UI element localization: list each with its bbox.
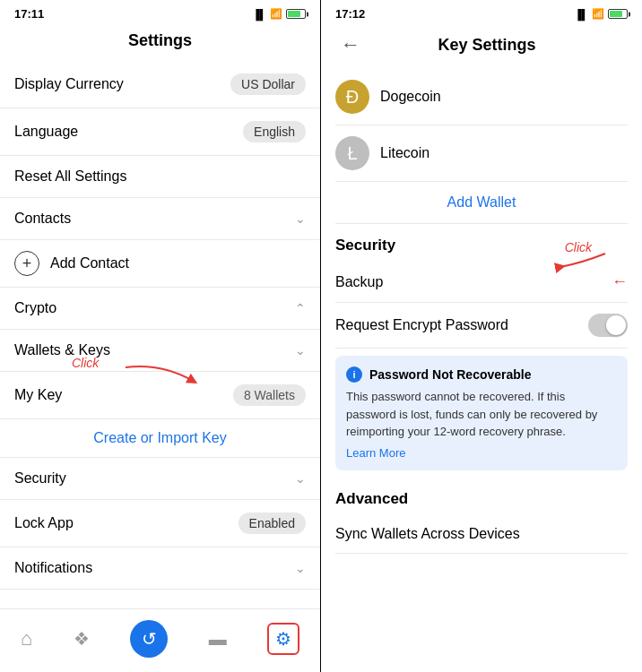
backup-label: Backup (335, 274, 383, 290)
encrypt-toggle[interactable] (588, 314, 628, 337)
time-right: 17:12 (335, 7, 365, 21)
signal-icon: ▐▌ (252, 9, 266, 20)
security-chevron-icon: ⌄ (295, 471, 306, 486)
page-title-right: Key Settings (373, 36, 628, 55)
nav-home[interactable]: ⌂ (13, 624, 39, 654)
nav-tag[interactable]: ❖ (66, 625, 97, 653)
wallets-badge: 8 Wallets (233, 384, 306, 406)
battery-icon-right (608, 9, 628, 19)
right-header: ← Key Settings (321, 24, 642, 69)
wallets-keys-label: Wallets & Keys (14, 342, 110, 358)
display-currency-value: US Dollar (230, 73, 306, 95)
reset-row[interactable]: Reset All Settings (0, 156, 320, 198)
lock-app-row[interactable]: Lock App Enabled (0, 500, 320, 547)
display-currency-row[interactable]: Display Currency US Dollar (0, 61, 320, 108)
click-annotation-right: Click (565, 240, 592, 254)
sync-label: Sync Wallets Across Devices (335, 526, 520, 542)
security-label: Security (14, 470, 66, 487)
plus-icon: + (14, 251, 39, 276)
status-bar-left: 17:11 ▐▌ 📶 (0, 0, 320, 24)
dogecoin-name: Dogecoin (380, 89, 441, 105)
security-section-header[interactable]: Security ⌄ (0, 458, 320, 500)
wifi-icon: 📶 (270, 8, 282, 20)
litecoin-name: Litecoin (380, 145, 429, 161)
nav-card[interactable]: ▬ (202, 625, 234, 653)
language-label: Language (14, 124, 78, 140)
wallets-keys-chevron-icon: ⌄ (295, 343, 306, 358)
notifications-section-header[interactable]: Notifications ⌄ (0, 547, 320, 590)
sync-icon: ↺ (130, 620, 168, 658)
reset-label: Reset All Settings (14, 168, 126, 185)
info-box-title: i Password Not Recoverable (346, 366, 617, 383)
litecoin-row[interactable]: Ł Litecoin (335, 125, 628, 182)
settings-list: Display Currency US Dollar Language Engl… (0, 61, 320, 608)
my-key-row[interactable]: My Key 8 Wallets (0, 372, 320, 418)
add-wallet-link[interactable]: Add Wallet (447, 194, 516, 210)
backup-arrow-icon: ← (612, 272, 628, 291)
wallets-keys-section-header[interactable]: Wallets & Keys ⌄ (0, 330, 320, 372)
notifications-chevron-icon: ⌄ (295, 561, 306, 575)
card-icon: ▬ (209, 629, 227, 650)
sync-row[interactable]: Sync Wallets Across Devices (335, 515, 628, 554)
info-icon: i (346, 366, 362, 383)
info-body-text: This password cannot be recovered. If th… (346, 388, 617, 441)
page-title-left: Settings (0, 24, 320, 61)
learn-more-link[interactable]: Learn More (346, 446, 617, 460)
create-import-row[interactable]: Create or Import Key (0, 419, 320, 458)
status-icons-right: ▐▌ 📶 (574, 8, 628, 20)
create-import-link[interactable]: Create or Import Key (93, 430, 227, 445)
my-key-label: My Key (14, 387, 62, 403)
dogecoin-row[interactable]: Ð Dogecoin (335, 69, 628, 125)
tag-icon: ❖ (74, 628, 90, 650)
nav-sync[interactable]: ↺ (123, 616, 175, 661)
encrypt-label: Request Encrypt Password (335, 317, 508, 333)
add-contact-row[interactable]: + Add Contact (0, 240, 320, 288)
backup-row[interactable]: Backup ← (335, 262, 628, 303)
display-currency-label: Display Currency (14, 76, 124, 92)
signal-icon-right: ▐▌ (574, 9, 588, 20)
right-panel: 17:12 ▐▌ 📶 ← Key Settings Ð Dogecoin Ł L… (321, 0, 642, 672)
home-icon: ⌂ (21, 627, 32, 650)
advanced-section-title: Advanced (335, 478, 628, 515)
gear-icon: ⚙ (267, 623, 299, 655)
contacts-label: Contacts (14, 211, 71, 227)
my-key-section: Click My Key 8 Wallets (0, 372, 320, 419)
crypto-label: Crypto (14, 300, 56, 316)
wifi-icon-right: 📶 (592, 8, 604, 20)
encrypt-password-row: Request Encrypt Password (335, 303, 628, 349)
bottom-nav: ⌂ ❖ ↺ ▬ ⚙ (0, 608, 320, 672)
info-title-text: Password Not Recoverable (369, 367, 532, 382)
crypto-chevron-icon: ⌃ (295, 301, 306, 315)
time-left: 17:11 (14, 7, 44, 21)
dogecoin-icon: Ð (335, 80, 369, 114)
lock-app-label: Lock App (14, 515, 74, 531)
contacts-section-header[interactable]: Contacts ⌄ (0, 198, 320, 240)
nav-gear[interactable]: ⚙ (260, 619, 307, 659)
add-wallet-row[interactable]: Add Wallet (335, 182, 628, 224)
language-row[interactable]: Language English (0, 108, 320, 156)
add-contact-label: Add Contact (50, 255, 129, 271)
contacts-chevron-icon: ⌄ (295, 211, 306, 226)
left-panel: 17:11 ▐▌ 📶 Settings Display Currency US … (0, 0, 321, 672)
litecoin-icon: Ł (335, 136, 369, 170)
status-bar-right: 17:12 ▐▌ 📶 (321, 0, 642, 24)
crypto-section-header[interactable]: Crypto ⌃ (0, 288, 320, 330)
security-section: Click Security Backup ← (335, 224, 628, 303)
language-value: English (243, 121, 306, 142)
battery-icon (286, 9, 306, 19)
right-content: Ð Dogecoin Ł Litecoin Add Wallet Click (321, 69, 642, 672)
back-button[interactable]: ← (335, 31, 366, 58)
password-info-box: i Password Not Recoverable This password… (335, 356, 628, 470)
toggle-knob (606, 315, 626, 335)
lock-app-value: Enabled (239, 513, 306, 534)
status-icons-left: ▐▌ 📶 (252, 8, 306, 20)
notifications-label: Notifications (14, 560, 92, 576)
